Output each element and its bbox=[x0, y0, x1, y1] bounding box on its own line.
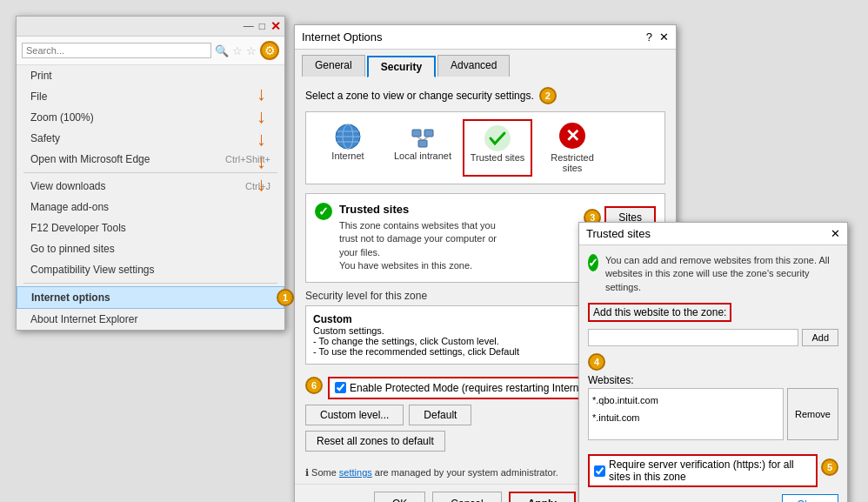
step6-badge: 6 bbox=[305, 377, 323, 394]
ts-websites-list: *.qbo.intuit.com *.intuit.com bbox=[588, 388, 784, 440]
ts-verify-row: Require server verification (https:) for… bbox=[588, 454, 818, 487]
ts-add-row: Add bbox=[588, 329, 838, 346]
ok-button[interactable]: OK bbox=[374, 492, 425, 502]
restricted-zone-icon: ✕ bbox=[559, 123, 585, 149]
ts-verify-label: Require server verification (https:) for… bbox=[609, 458, 811, 483]
ts-add-label: Add this website to the zone: bbox=[588, 303, 731, 322]
svg-line-9 bbox=[423, 137, 429, 140]
intranet-zone-label: Local intranet bbox=[394, 151, 451, 161]
trusted-sites-desc: This zone contains websites that you tru… bbox=[339, 219, 575, 273]
star2-icon: ☆ bbox=[246, 44, 257, 57]
minimize-icon[interactable]: — bbox=[244, 20, 254, 32]
cancel-button[interactable]: Cancel bbox=[432, 492, 501, 502]
trusted-zone-icon bbox=[484, 124, 511, 152]
protected-mode-checkbox[interactable] bbox=[335, 382, 346, 393]
zone-internet[interactable]: Internet bbox=[313, 119, 383, 177]
ts-check-icon: ✓ bbox=[588, 254, 598, 271]
ts-title: Trusted sites bbox=[586, 227, 651, 240]
menu-item-downloads[interactable]: View downloads Ctrl+J bbox=[17, 176, 284, 197]
restore-icon[interactable]: □ bbox=[259, 20, 265, 32]
zone-restricted[interactable]: ✕ Restricted sites bbox=[537, 119, 607, 177]
help-btn[interactable]: ? bbox=[646, 30, 652, 44]
search-icon: 🔍 bbox=[215, 44, 229, 57]
step1-badge: 1 bbox=[277, 289, 294, 306]
ts-info-text: You can add and remove websites from thi… bbox=[605, 254, 838, 294]
internet-zone-icon bbox=[334, 123, 362, 151]
svg-rect-5 bbox=[412, 130, 421, 137]
ie-menu-window: — □ ✕ 🔍 ☆ ☆ ⚙ Print File Zoom (100%) Saf… bbox=[16, 16, 285, 331]
intranet-zone-icon bbox=[409, 123, 437, 151]
svg-rect-7 bbox=[418, 140, 427, 147]
apply-button[interactable]: Apply bbox=[509, 492, 576, 502]
ts-info-row: ✓ You can add and remove websites from t… bbox=[588, 254, 838, 294]
protected-mode-row: Enable Protected Mode (requires restarti… bbox=[328, 377, 618, 399]
separator-2 bbox=[23, 283, 277, 284]
close-dialog-icon[interactable]: ✕ bbox=[659, 30, 669, 44]
menu-item-about[interactable]: About Internet Explorer bbox=[17, 309, 284, 330]
step4-badge: 4 bbox=[588, 353, 605, 371]
close-icon[interactable]: ✕ bbox=[270, 19, 281, 33]
ie-titlebar: — □ ✕ bbox=[17, 17, 284, 37]
ts-verify-checkbox[interactable] bbox=[594, 465, 605, 477]
tab-advanced[interactable]: Advanced bbox=[437, 55, 510, 77]
zone-select-text: Select a zone to view or change security… bbox=[305, 90, 534, 102]
ts-websites-row: *.qbo.intuit.com *.intuit.com Remove bbox=[588, 388, 838, 440]
reset-all-button[interactable]: Reset all zones to default bbox=[305, 431, 445, 452]
menu-item-zoom[interactable]: Zoom (100%) bbox=[17, 107, 284, 128]
trusted-check-icon: ✓ bbox=[315, 203, 332, 220]
ts-close-row: Close bbox=[588, 494, 838, 502]
menu-item-internet-options[interactable]: Internet options 1 bbox=[17, 286, 284, 309]
tab-security[interactable]: Security bbox=[367, 56, 436, 77]
protected-mode-label: Enable Protected Mode (requires restarti… bbox=[350, 382, 611, 394]
menu-item-print[interactable]: Print bbox=[17, 65, 284, 86]
gear-icon[interactable]: ⚙ bbox=[260, 41, 279, 60]
menu-item-safety[interactable]: Safety bbox=[17, 128, 284, 149]
ts-add-button[interactable]: Add bbox=[802, 329, 838, 346]
internet-zone-label: Internet bbox=[331, 151, 364, 161]
svg-line-8 bbox=[417, 137, 423, 140]
ts-titlebar: Trusted sites ✕ bbox=[579, 223, 847, 245]
custom-level-button[interactable]: Custom level... bbox=[305, 405, 404, 425]
search-input[interactable] bbox=[22, 43, 211, 58]
separator-1 bbox=[23, 172, 277, 173]
ts-close-icon[interactable]: ✕ bbox=[831, 227, 840, 240]
ts-websites-label: Websites: bbox=[588, 374, 838, 386]
ts-body: ✓ You can add and remove websites from t… bbox=[579, 245, 847, 502]
trusted-sites-heading: Trusted sites bbox=[339, 203, 575, 216]
star-icon: ☆ bbox=[232, 44, 243, 57]
dialog-title: Internet Options bbox=[302, 30, 383, 44]
down-arrow-icon: ↓↓↓↓↓ bbox=[257, 83, 266, 196]
menu-item-addons[interactable]: Manage add-ons bbox=[17, 197, 284, 218]
zone-trusted[interactable]: Trusted sites bbox=[463, 119, 532, 177]
svg-point-10 bbox=[485, 126, 510, 151]
ts-close-button[interactable]: Close bbox=[782, 494, 838, 502]
tab-general[interactable]: General bbox=[302, 55, 365, 77]
trusted-zone-label: Trusted sites bbox=[471, 152, 525, 163]
restricted-zone-label: Restricted sites bbox=[541, 152, 604, 173]
zones-container: Internet Local intranet Trust bbox=[305, 111, 665, 184]
settings-link[interactable]: settings bbox=[339, 467, 372, 478]
menu-item-pinned[interactable]: Go to pinned sites bbox=[17, 238, 284, 259]
menu-item-compat[interactable]: Compatibility View settings bbox=[17, 259, 284, 280]
website-item-1: *.qbo.intuit.com bbox=[592, 392, 779, 410]
dialog-tabs: General Security Advanced bbox=[295, 50, 676, 77]
website-item-2: *.intuit.com bbox=[592, 410, 779, 427]
trusted-sites-dialog: Trusted sites ✕ ✓ You can add and remove… bbox=[578, 222, 848, 502]
menu-item-edge[interactable]: Open with Microsoft Edge Ctrl+Shift+ bbox=[17, 149, 284, 170]
zone-intranet[interactable]: Local intranet bbox=[388, 119, 457, 177]
menu-item-file[interactable]: File bbox=[17, 86, 284, 107]
step2-badge: 2 bbox=[539, 87, 557, 104]
dialog-titlebar: Internet Options ? ✕ bbox=[295, 25, 676, 50]
svg-rect-6 bbox=[424, 130, 433, 137]
ts-remove-button[interactable]: Remove bbox=[787, 388, 838, 440]
ie-searchbar: 🔍 ☆ ☆ ⚙ bbox=[17, 37, 284, 65]
step5-badge: 5 bbox=[821, 458, 838, 476]
menu-item-f12[interactable]: F12 Developer Tools bbox=[17, 218, 284, 238]
trusted-description: Trusted sites This zone contains website… bbox=[339, 203, 575, 273]
ts-add-input[interactable] bbox=[588, 329, 798, 346]
default-button[interactable]: Default bbox=[409, 405, 471, 425]
